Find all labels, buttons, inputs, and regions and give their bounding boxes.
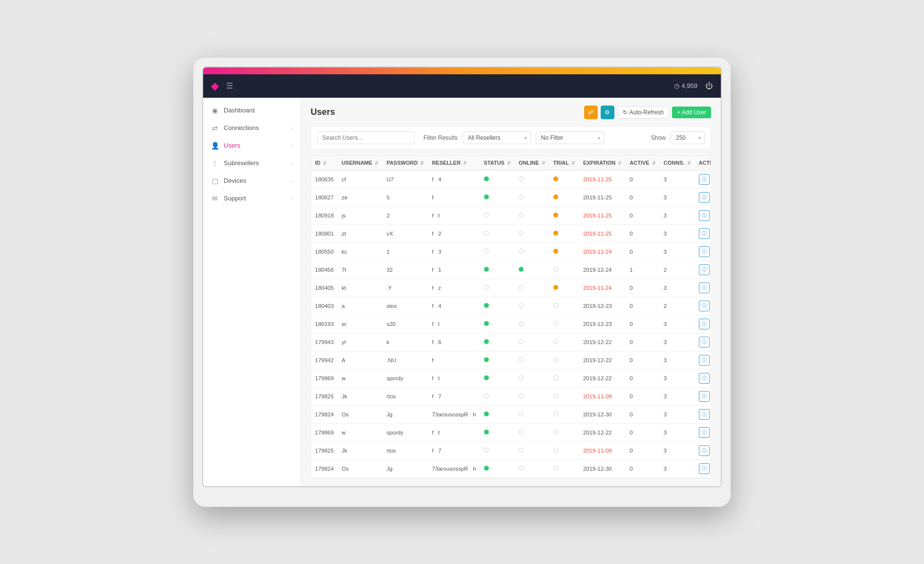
trial-dot bbox=[553, 231, 558, 236]
menu-icon[interactable]: ☰ bbox=[226, 81, 233, 90]
content-area: Users ☍ ⚙ ↻ Auto-Refresh + Add User bbox=[301, 98, 721, 486]
action-buttons: ⓘ ✎ 🗑 ↩ 🔒 bbox=[699, 409, 711, 420]
online-dot bbox=[519, 412, 524, 416]
action-info-btn[interactable]: ⓘ bbox=[699, 409, 710, 420]
support-chevron: › bbox=[291, 195, 293, 201]
reseller-filter-select[interactable]: All Resellers bbox=[462, 131, 531, 144]
sidebar-item-users[interactable]: 👤 Users › bbox=[203, 137, 300, 154]
cell-trial bbox=[549, 297, 579, 315]
cell-reseller: f bbox=[428, 351, 480, 369]
cell-active: 0 bbox=[626, 405, 659, 423]
online-dot bbox=[519, 267, 524, 272]
cell-expiration: 2019-12-24 bbox=[579, 260, 626, 279]
cell-id: 179825 bbox=[311, 441, 337, 459]
cell-actions: ⓘ ✎ 🗑 ↩ 🔒 bbox=[695, 188, 711, 206]
action-info-btn[interactable]: ⓘ bbox=[699, 246, 710, 257]
action-info-btn[interactable]: ⓘ bbox=[699, 282, 710, 293]
cell-reseller: f 2 bbox=[428, 224, 480, 242]
cell-password: k bbox=[382, 333, 428, 351]
cell-username: js bbox=[337, 206, 382, 224]
cell-id: 179869 bbox=[311, 423, 337, 441]
action-info-btn[interactable]: ⓘ bbox=[699, 319, 710, 329]
no-filter-select[interactable]: No Filter bbox=[536, 131, 604, 144]
cell-conns: 3 bbox=[660, 242, 695, 260]
power-icon[interactable]: ⏻ bbox=[705, 82, 713, 90]
cell-trial bbox=[549, 206, 579, 224]
online-dot bbox=[519, 249, 524, 254]
table-row: 180918 js 2 f t 2019-11-25 0 3 ⓘ ✎ 🗑 ↩ 🔒 bbox=[311, 206, 711, 224]
subresellers-chevron: › bbox=[291, 160, 293, 166]
cell-trial bbox=[549, 441, 579, 459]
dashboard-icon: ◉ bbox=[211, 107, 219, 114]
cell-reseller: f 1 bbox=[428, 260, 480, 279]
status-dot bbox=[484, 412, 489, 416]
show-count-select[interactable]: 250 bbox=[671, 131, 705, 144]
action-info-btn[interactable]: ⓘ bbox=[699, 463, 710, 474]
action-info-btn[interactable]: ⓘ bbox=[699, 337, 710, 347]
action-info-btn[interactable]: ⓘ bbox=[699, 210, 710, 221]
online-dot bbox=[519, 448, 524, 453]
action-info-btn[interactable]: ⓘ bbox=[699, 373, 710, 384]
action-info-btn[interactable]: ⓘ bbox=[699, 391, 710, 402]
cell-id: 180918 bbox=[311, 206, 337, 224]
devices-chevron: › bbox=[291, 178, 293, 184]
cell-username: w bbox=[337, 369, 382, 387]
action-info-btn[interactable]: ⓘ bbox=[699, 192, 710, 203]
cell-expiration: 2019-11-25 bbox=[579, 224, 626, 242]
cell-active: 0 bbox=[626, 459, 659, 477]
cell-id: 180550 bbox=[311, 242, 337, 260]
sidebar-item-subresellers[interactable]: ⋮ Subresellers › bbox=[203, 154, 300, 172]
col-username: USERNAME ⇵ bbox=[337, 156, 382, 170]
cell-active: 0 bbox=[626, 333, 659, 351]
cell-reseller: f 4 bbox=[428, 170, 480, 189]
cell-status bbox=[480, 423, 515, 441]
top-gradient-bar bbox=[203, 67, 721, 74]
connections-icon: ⇄ bbox=[211, 124, 219, 132]
cell-conns: 3 bbox=[660, 441, 695, 459]
table-row: 180550 kc 1 f 3 2019-11-24 0 3 ⓘ ✎ 🗑 ↩ 🔒 bbox=[311, 242, 711, 260]
add-user-button[interactable]: + Add User bbox=[672, 107, 711, 118]
cell-online bbox=[515, 224, 549, 242]
action-info-btn[interactable]: ⓘ bbox=[699, 228, 710, 239]
cell-password: .NU bbox=[382, 351, 428, 369]
cell-active: 0 bbox=[626, 351, 659, 369]
show-label: Show bbox=[651, 134, 666, 141]
status-dot bbox=[484, 357, 489, 362]
action-info-btn[interactable]: ⓘ bbox=[699, 264, 710, 275]
action-info-btn[interactable]: ⓘ bbox=[699, 301, 710, 311]
devices-icon: ▢ bbox=[211, 177, 219, 185]
status-dot bbox=[484, 176, 489, 181]
action-buttons: ⓘ ✎ 🗑 ↩ 🔒 bbox=[699, 463, 711, 474]
settings-icon-btn[interactable]: ⚙ bbox=[601, 106, 614, 119]
users-chevron: › bbox=[291, 143, 293, 149]
cell-username: Jk bbox=[337, 387, 382, 405]
action-info-btn[interactable]: ⓘ bbox=[699, 427, 710, 438]
auto-refresh-button[interactable]: ↻ Auto-Refresh bbox=[617, 106, 670, 119]
sidebar-item-support[interactable]: ✉ Support › bbox=[203, 190, 300, 207]
sidebar-item-dashboard[interactable]: ◉ Dashboard bbox=[203, 102, 300, 119]
action-info-btn[interactable]: ⓘ bbox=[699, 445, 710, 456]
search-input[interactable] bbox=[317, 131, 415, 144]
cell-expiration: 2019-12-23 bbox=[579, 315, 626, 333]
filter-icon-btn[interactable]: ☍ bbox=[584, 106, 598, 119]
action-info-btn[interactable]: ⓘ bbox=[699, 174, 710, 185]
cell-conns: 3 bbox=[660, 369, 695, 387]
table-row: 179942 A .NU f 2019-12-22 0 3 ⓘ ✎ 🗑 ↩ 🔒 bbox=[311, 351, 711, 369]
cell-username: A bbox=[337, 351, 382, 369]
header-left: ◆ ☰ bbox=[211, 80, 233, 92]
trial-dot bbox=[553, 393, 558, 398]
cell-actions: ⓘ ✎ 🗑 ↩ 🔒 bbox=[695, 224, 711, 242]
cell-online bbox=[515, 459, 549, 477]
action-info-btn[interactable]: ⓘ bbox=[699, 355, 710, 366]
action-buttons: ⓘ ✎ 🗑 ↩ 🔒 bbox=[699, 246, 711, 257]
cell-trial bbox=[549, 260, 579, 279]
show-count-wrapper: 250 bbox=[671, 131, 705, 144]
table-row: 179869 w spordy f t 2019-12-22 0 3 ⓘ ✎ 🗑… bbox=[311, 423, 711, 441]
status-dot bbox=[484, 339, 489, 344]
cell-id: 180456 bbox=[311, 260, 337, 279]
cell-password: spordy bbox=[382, 369, 428, 387]
cell-id: 179942 bbox=[311, 351, 337, 369]
cell-actions: ⓘ ✎ 🗑 ↩ 🔒 bbox=[695, 260, 711, 279]
sidebar-item-connections[interactable]: ⇄ Connections › bbox=[203, 119, 300, 137]
sidebar-item-devices[interactable]: ▢ Devices › bbox=[203, 172, 300, 190]
